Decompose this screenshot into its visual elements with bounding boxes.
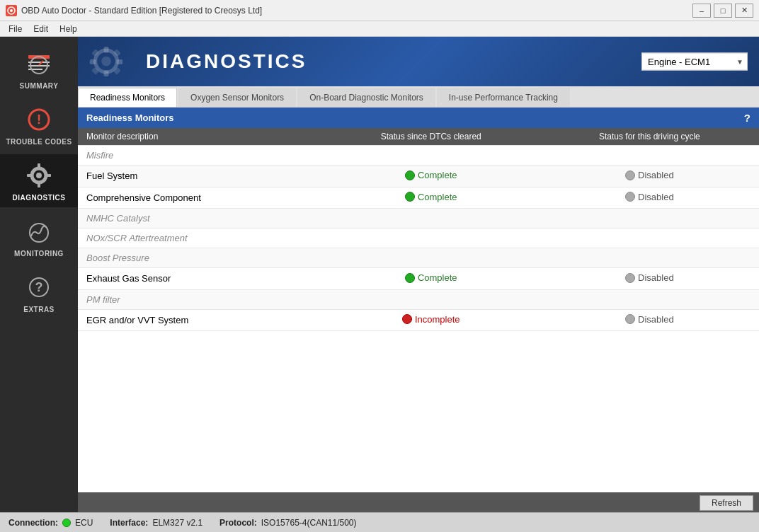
- sidebar-item-diagnostics[interactable]: DIAGNOSTICS: [0, 154, 78, 207]
- svg-rect-13: [38, 183, 40, 187]
- row-description: Exhaust Gas Sensor: [78, 268, 322, 290]
- row-status-cleared: Complete: [322, 187, 540, 209]
- tabs-bar: Readiness Monitors Oxygen Sensor Monitor…: [78, 86, 759, 108]
- table-row: Fuel SystemCompleteDisabled: [78, 166, 759, 187]
- sidebar-item-monitoring[interactable]: MONITORING: [0, 210, 78, 263]
- tab-content: Monitor description Status since DTCs cl…: [78, 128, 759, 492]
- app-icon: [6, 5, 17, 16]
- tab-onboard[interactable]: On-Board Diagnostic Monitors: [297, 88, 435, 107]
- svg-point-20: [101, 57, 111, 66]
- sidebar-trouble-codes-label: TROUBLE CODES: [6, 138, 72, 146]
- diagnostics-title: DIAGNOSTICS: [146, 50, 307, 72]
- table-row: Boost Pressure: [78, 248, 759, 268]
- sidebar-item-summary[interactable]: SUMMARY: [0, 42, 78, 96]
- row-status-cycle: [540, 229, 759, 248]
- window-controls: – □ ✕: [692, 4, 753, 18]
- status-bar: Connection: ECU Interface: ELM327 v2.1 P…: [0, 512, 759, 532]
- row-status-cycle: [540, 209, 759, 229]
- diagnostics-icon: [23, 160, 55, 191]
- row-status-cycle: [540, 248, 759, 268]
- rm-section-title: Readiness Monitors: [86, 112, 174, 123]
- minimize-button[interactable]: –: [692, 4, 711, 18]
- table-row: NMHC Catalyst: [78, 209, 759, 229]
- row-description: Comprehensive Component: [78, 187, 322, 209]
- refresh-button[interactable]: Refresh: [700, 495, 753, 511]
- main-layout: SUMMARY ! TROUBLE CODES: [0, 37, 759, 512]
- header-gear-icon: [85, 40, 127, 83]
- readiness-table: Monitor description Status since DTCs cl…: [78, 128, 759, 331]
- rm-help-button[interactable]: ?: [744, 112, 751, 124]
- row-status-cleared: [322, 146, 540, 166]
- row-status-cleared: Complete: [322, 166, 540, 187]
- content-area: DIAGNOSTICS Engine - ECM1 ▼ Readiness Mo…: [78, 37, 759, 512]
- interface-status: Interface: ELM327 v2.1: [110, 518, 202, 528]
- svg-rect-22: [104, 70, 109, 76]
- sidebar-item-trouble-codes[interactable]: ! TROUBLE CODES: [0, 98, 78, 151]
- extras-icon: ?: [23, 272, 55, 303]
- protocol-label: Protocol:: [219, 518, 257, 528]
- diagnostics-header: DIAGNOSTICS Engine - ECM1 ▼: [78, 37, 759, 86]
- row-description: Misfire: [78, 146, 322, 166]
- interface-value: ELM327 v2.1: [152, 518, 202, 528]
- bottom-bar: Refresh: [78, 492, 759, 512]
- table-row: Comprehensive ComponentCompleteDisabled: [78, 187, 759, 209]
- trouble-codes-icon: !: [23, 104, 55, 135]
- connection-value: ECU: [75, 518, 93, 528]
- row-status-cleared: [322, 289, 540, 309]
- maximize-button[interactable]: □: [714, 4, 732, 18]
- close-button[interactable]: ✕: [735, 4, 753, 18]
- sidebar-extras-label: EXTRAS: [23, 306, 55, 313]
- sidebar-monitoring-label: MONITORING: [14, 250, 64, 258]
- table-row: EGR and/or VVT SystemIncompleteDisabled: [78, 309, 759, 331]
- row-status-cleared: [322, 209, 540, 229]
- table-row: Misfire: [78, 146, 759, 166]
- row-description: Fuel System: [78, 166, 322, 187]
- menu-bar: File Edit Help: [0, 21, 759, 37]
- col-description: Monitor description: [78, 128, 322, 146]
- readiness-monitors-section: Readiness Monitors ? Monitor description…: [78, 108, 759, 492]
- interface-label: Interface:: [110, 518, 148, 528]
- engine-select[interactable]: Engine - ECM1: [641, 53, 748, 71]
- row-status-cleared: Incomplete: [322, 309, 540, 331]
- row-description: NMHC Catalyst: [78, 209, 322, 229]
- sidebar: SUMMARY ! TROUBLE CODES: [0, 37, 78, 512]
- row-status-cleared: [322, 229, 540, 248]
- col-status-cleared: Status since DTCs cleared: [322, 128, 540, 146]
- protocol-status: Protocol: ISO15765-4(CAN11/500): [219, 518, 356, 528]
- menu-file[interactable]: File: [3, 23, 28, 35]
- row-status-cycle: [540, 289, 759, 309]
- connection-label: Connection:: [8, 518, 58, 528]
- protocol-value: ISO15765-4(CAN11/500): [261, 518, 357, 528]
- summary-icon: [23, 48, 55, 79]
- row-description: EGR and/or VVT System: [78, 309, 322, 331]
- svg-rect-15: [47, 174, 51, 177]
- svg-rect-12: [38, 163, 40, 168]
- sidebar-diagnostics-label: DIAGNOSTICS: [13, 194, 66, 202]
- table-header: Monitor description Status since DTCs cl…: [78, 128, 759, 146]
- row-status-cycle: Disabled: [540, 187, 759, 209]
- row-description: Boost Pressure: [78, 248, 322, 268]
- sidebar-summary-label: SUMMARY: [20, 82, 59, 90]
- svg-point-11: [36, 173, 42, 178]
- row-status-cleared: [322, 248, 540, 268]
- row-status-cycle: Disabled: [540, 268, 759, 290]
- connection-led: [62, 519, 71, 527]
- rm-header: Readiness Monitors ?: [78, 108, 759, 128]
- row-status-cleared: Complete: [322, 268, 540, 290]
- row-status-cycle: Disabled: [540, 166, 759, 187]
- engine-select-wrapper: Engine - ECM1 ▼: [641, 53, 748, 71]
- menu-edit[interactable]: Edit: [28, 23, 54, 35]
- connection-status: Connection: ECU: [8, 518, 93, 528]
- svg-text:?: ?: [35, 280, 43, 294]
- sidebar-item-extras[interactable]: ? EXTRAS: [0, 266, 78, 319]
- svg-text:!: !: [37, 112, 41, 127]
- tab-readiness[interactable]: Readiness Monitors: [78, 88, 177, 107]
- row-description: PM filter: [78, 289, 322, 309]
- window-title: OBD Auto Doctor - Standard Edition [Regi…: [21, 6, 262, 16]
- tab-oxygen[interactable]: Oxygen Sensor Monitors: [178, 88, 296, 107]
- menu-help[interactable]: Help: [54, 23, 83, 35]
- monitoring-icon: [23, 216, 55, 247]
- tab-inuse[interactable]: In-use Performance Tracking: [437, 88, 570, 107]
- header-title-group: DIAGNOSTICS: [146, 50, 307, 73]
- col-status-cycle: Status for this driving cycle: [540, 128, 759, 146]
